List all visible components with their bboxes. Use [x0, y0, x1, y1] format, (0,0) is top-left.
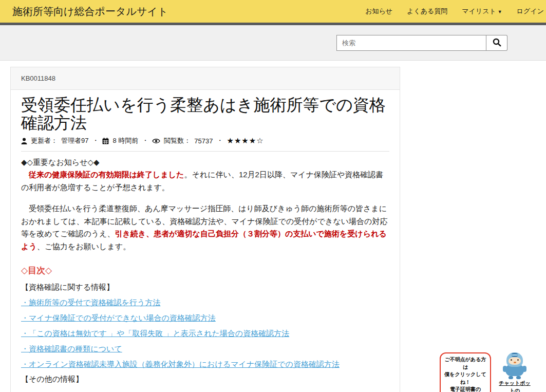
toc-link-not-introduced-facility[interactable]: ・オンライン資格確認未導入施設（義務化対象外）におけるマイナ保険証での資格確認方… — [21, 359, 389, 369]
toc-link-myna-unavailable[interactable]: ・マイナ保険証での受付ができない場合の資格確認方法 — [21, 313, 389, 323]
chatbot-speech-bubble[interactable]: ご不明点がある方は 僕をクリックしてね！ 電子証明書の 更新方法もこちら！ — [440, 352, 491, 392]
bubble-line: 僕をクリックしてね！ — [442, 371, 488, 386]
author-value: 管理者97 — [61, 136, 88, 145]
bubble-line: 電子証明書の — [442, 386, 488, 392]
caret-down-icon: ▼ — [498, 9, 502, 14]
nav-notices[interactable]: お知らせ — [365, 7, 392, 16]
nav-faq[interactable]: よくある質問 — [407, 7, 447, 16]
toc-link-invalid-or-failed[interactable]: ・「この資格は無効です 」や「取得失敗 」と表示された場合の資格確認方法 — [21, 328, 389, 339]
mascot-mouth — [514, 362, 516, 363]
meta-separator: ・ — [142, 136, 148, 145]
search-band — [0, 25, 546, 61]
important-notice-heading: ◆◇重要なお知らせ◇◆ — [21, 156, 389, 169]
toc-section-qualification: 【資格確認に関する情報】 — [21, 283, 389, 292]
calendar-icon — [102, 138, 109, 144]
notice-paragraph-1-red-text: 従来の健康保険証の有効期限は終了しました — [21, 170, 184, 179]
nav-login[interactable]: ログイン — [517, 7, 544, 16]
toc-diamond-open: ◇ — [21, 266, 28, 275]
eye-icon — [152, 138, 160, 144]
views-count: 75737 — [194, 137, 213, 145]
chatbot-mascot-column: チャットボットの シカク君 — [498, 352, 531, 392]
mascot-foot — [509, 376, 513, 379]
chatbot-widget: ご不明点がある方は 僕をクリックしてね！ 電子証明書の 更新方法もこちら！ チャ… — [440, 352, 531, 392]
article-title: 受領委任払いを行う柔整あはき施術所等での資格確認方法 — [21, 96, 389, 132]
bubble-line: ご不明点がある方は — [442, 356, 488, 371]
nav-mylist-label: マイリスト — [462, 7, 496, 15]
notice-paragraph-2-end: 、ご協力をお願いします。 — [37, 242, 130, 251]
toc-link-certificate-types[interactable]: ・資格確認書の種類について — [21, 344, 389, 354]
top-navigation: お知らせ よくある質問 マイリスト▼ ログイン — [365, 7, 545, 16]
author-label: 更新者： — [31, 136, 58, 145]
kb-number: KB0011848 — [11, 67, 400, 90]
nav-mylist-dropdown[interactable]: マイリスト▼ — [462, 7, 502, 16]
search-box — [336, 35, 507, 51]
toc-link-reception-check[interactable]: ・施術所等の受付で資格確認を行う方法 — [21, 297, 389, 308]
meta-separator: ・ — [216, 136, 223, 145]
toc-heading: ◇目次◇ — [21, 265, 389, 276]
site-title: 施術所等向け総合ポータルサイト — [12, 5, 168, 18]
mascot-label-line1: チャットボットの — [498, 379, 531, 392]
kb-article-body: 受領委任払いを行う柔整あはき施術所等での資格確認方法 更新者： 管理者97 ・ — [11, 90, 400, 392]
chatbot-mascot-icon[interactable] — [502, 352, 527, 379]
meta-divider — [21, 151, 389, 152]
person-icon — [21, 138, 27, 144]
views-label: 閲覧数： — [164, 136, 191, 145]
kb-article-card: KB0011848 受領委任払いを行う柔整あはき施術所等での資格確認方法 更新者… — [10, 67, 400, 392]
notice-paragraph-2: 受領委任払いを行う柔道整復師、あん摩マッサージ指圧師、はり師及びきゅう師の施術所… — [21, 202, 389, 253]
meta-separator: ・ — [92, 136, 99, 145]
mascot-hood-mark — [512, 353, 518, 357]
toc-heading-text: 目次 — [28, 266, 45, 275]
star-rating: ★★★★☆ — [227, 136, 263, 145]
notice-paragraph-1: 従来の健康保険証の有効期限は終了しました。それに伴い、12月2日以降、マイナ保険… — [21, 169, 389, 194]
top-header-bar: 施術所等向け総合ポータルサイト お知らせ よくある質問 マイリスト▼ ログイン — [0, 0, 546, 23]
search-button[interactable] — [486, 35, 507, 51]
toc-section-other: 【その他の情報】 — [21, 375, 389, 384]
spacer — [21, 194, 389, 202]
mascot-face — [509, 357, 521, 365]
chatbot-mascot-label[interactable]: チャットボットの シカク君 — [498, 379, 531, 392]
search-input[interactable] — [336, 35, 486, 51]
updated-time: 8 時間前 — [112, 136, 138, 145]
search-icon — [493, 38, 501, 48]
article-meta-row: 更新者： 管理者97 ・ 8 時間前 ・ — [21, 136, 389, 145]
mascot-foot — [516, 376, 521, 379]
spacer — [21, 253, 389, 265]
toc-diamond-close: ◇ — [45, 266, 52, 275]
